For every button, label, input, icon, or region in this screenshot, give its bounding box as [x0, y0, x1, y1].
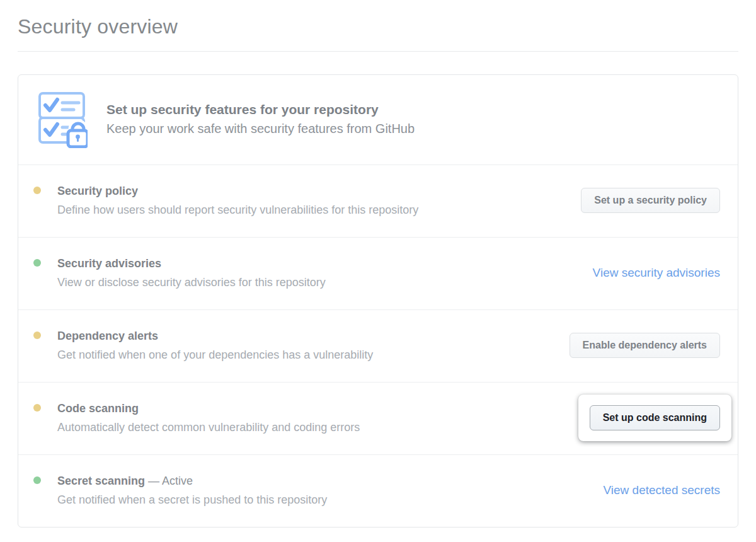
feature-title: Secret scanning — Active: [57, 475, 590, 488]
banner-text: Set up security features for your reposi…: [106, 102, 415, 136]
security-checklist-lock-icon: [32, 90, 88, 148]
title-divider: [18, 51, 738, 52]
banner-title: Set up security features for your reposi…: [106, 102, 415, 117]
feature-description: View or disclose security advisories for…: [57, 276, 580, 289]
spotlight-highlight: Set up code scanning: [578, 395, 731, 441]
banner-subtitle: Keep your work safe with security featur…: [106, 122, 415, 136]
set-up-code-scanning-button[interactable]: Set up code scanning: [590, 405, 720, 430]
feature-text: Code scanning Automatically detect commo…: [57, 402, 590, 434]
feature-row-dependency-alerts: Dependency alerts Get notified when one …: [18, 309, 738, 382]
feature-action: Set up a security policy: [581, 188, 720, 213]
status-dot-yellow: [33, 332, 41, 339]
feature-text: Security advisories View or disclose sec…: [57, 257, 593, 289]
setup-banner: Set up security features for your reposi…: [18, 75, 738, 164]
view-detected-secrets-link[interactable]: View detected secrets: [603, 483, 720, 497]
page-title: Security overview: [18, 15, 738, 38]
feature-action: Set up code scanning: [590, 405, 720, 430]
feature-action: View security advisories: [593, 266, 720, 280]
feature-status-suffix: — Active: [145, 475, 193, 487]
feature-text: Secret scanning — Active Get notified wh…: [57, 475, 603, 507]
feature-action: Enable dependency alerts: [570, 333, 720, 358]
feature-row-code-scanning: Code scanning Automatically detect commo…: [18, 382, 738, 454]
feature-title-name: Secret scanning: [57, 475, 145, 487]
status-dot-yellow: [33, 404, 41, 412]
status-dot-green: [33, 476, 41, 484]
security-overview-page: Security overview: [0, 15, 756, 528]
feature-text: Security policy Define how users should …: [57, 185, 581, 217]
enable-dependency-alerts-button[interactable]: Enable dependency alerts: [570, 333, 720, 358]
feature-title: Dependency alerts: [57, 330, 557, 343]
feature-row-secret-scanning: Secret scanning — Active Get notified wh…: [18, 454, 738, 527]
feature-title: Code scanning: [57, 402, 577, 415]
status-dot-yellow: [33, 187, 41, 194]
feature-action: View detected secrets: [603, 483, 720, 497]
feature-description: Automatically detect common vulnerabilit…: [57, 421, 577, 434]
feature-description: Get notified when one of your dependenci…: [57, 349, 557, 362]
feature-text: Dependency alerts Get notified when one …: [57, 330, 570, 362]
feature-description: Define how users should report security …: [57, 204, 568, 217]
feature-title: Security policy: [57, 185, 568, 198]
set-up-security-policy-button[interactable]: Set up a security policy: [581, 188, 720, 213]
view-security-advisories-link[interactable]: View security advisories: [593, 266, 720, 279]
status-dot-green: [33, 259, 41, 267]
feature-description: Get notified when a secret is pushed to …: [57, 493, 590, 507]
feature-row-security-advisories: Security advisories View or disclose sec…: [18, 237, 738, 309]
feature-title: Security advisories: [57, 257, 580, 270]
feature-row-security-policy: Security policy Define how users should …: [18, 164, 738, 237]
security-features-card: Set up security features for your reposi…: [18, 74, 738, 528]
